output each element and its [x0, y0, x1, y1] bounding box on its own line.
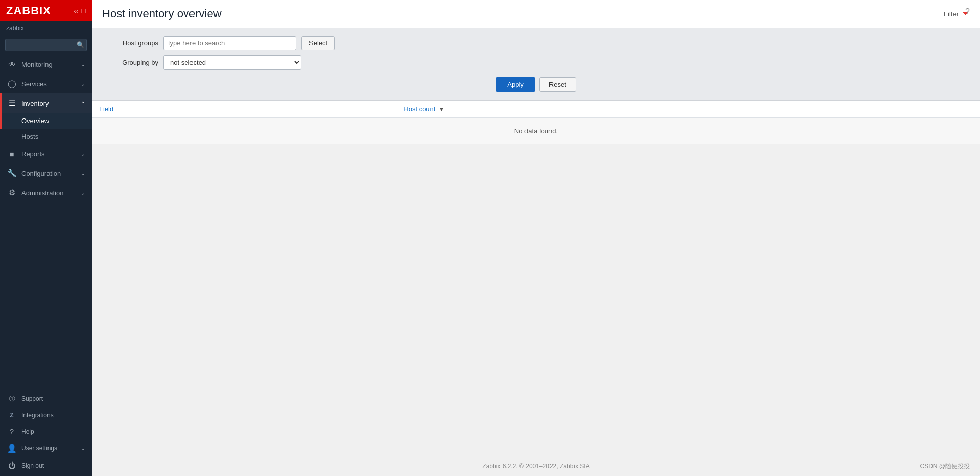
column-host-count-label: Host count: [403, 105, 435, 113]
search-icon: 🔍: [77, 41, 84, 49]
inventory-icon: ☰: [7, 99, 16, 108]
logo-bar: ZABBIX ‹‹ □: [0, 0, 92, 21]
search-input[interactable]: [5, 39, 87, 51]
chevron-up-icon: ⌃: [81, 101, 85, 106]
copyright-text: Zabbix 6.2.2. © 2001–2022, Zabbix SIA: [482, 463, 589, 470]
filter-label: Filter: [944, 10, 959, 18]
page-title: Host inventory overview: [102, 7, 222, 20]
grouping-by-label: Grouping by: [102, 59, 158, 66]
sidebar-item-label: Services: [21, 80, 76, 88]
chevron-down-icon: ⌄: [81, 190, 85, 196]
footer: Zabbix 6.2.2. © 2001–2022, Zabbix SIA CS…: [92, 457, 980, 476]
services-icon: ◯: [7, 79, 16, 88]
sidebar-item-label: Help: [21, 428, 85, 435]
no-data-text: No data found.: [92, 118, 980, 145]
chevron-down-icon: ⌄: [81, 171, 85, 176]
data-table: Field Host count ▼ No data found.: [92, 101, 980, 145]
grouping-by-row: Grouping by not selected: [102, 55, 970, 70]
table-header-row: Field Host count ▼: [92, 101, 980, 118]
sidebar-bottom: ① Support Z Integrations ? Help 👤 User s…: [0, 388, 92, 476]
sidebar-item-label: Integrations: [21, 412, 85, 419]
host-groups-row: Host groups Select: [102, 36, 970, 50]
sidebar-item-label: User settings: [21, 445, 76, 452]
watermark-text: CSDN @随便投投: [920, 462, 970, 471]
page-help-icon[interactable]: ?: [965, 7, 970, 16]
sidebar-item-hosts[interactable]: Hosts: [0, 129, 92, 145]
logo-icons: ‹‹ □: [74, 7, 86, 15]
sidebar-item-label: Configuration: [21, 170, 76, 177]
grouping-by-select[interactable]: not selected: [163, 55, 301, 70]
configuration-icon: 🔧: [7, 169, 16, 178]
sidebar-item-user-settings[interactable]: 👤 User settings ⌄: [0, 440, 92, 457]
sidebar-item-label: Inventory: [21, 100, 76, 107]
reset-button[interactable]: Reset: [539, 77, 576, 92]
sidebar-item-support[interactable]: ① Support: [0, 390, 92, 408]
sidebar-item-monitoring[interactable]: 👁 Monitoring ⌄: [0, 55, 92, 74]
select-button[interactable]: Select: [301, 36, 335, 50]
signout-icon: ⏻: [7, 461, 16, 470]
administration-icon: ⚙: [7, 188, 16, 197]
sidebar-item-label: Support: [21, 395, 85, 402]
monitoring-icon: 👁: [7, 60, 16, 69]
user-icon: 👤: [7, 444, 16, 453]
table-row-no-data: No data found.: [92, 118, 980, 145]
filter-panel: Host groups Select Grouping by not selec…: [92, 28, 980, 101]
sidebar-item-overview[interactable]: Overview: [0, 113, 92, 129]
username-label: zabbix: [0, 21, 92, 35]
column-field-label: Field: [99, 105, 113, 113]
chevron-down-icon: ⌄: [81, 446, 85, 451]
logo-text: ZABBIX: [6, 4, 51, 17]
reports-icon: ■: [7, 150, 16, 158]
page-header: Host inventory overview Filter ⏷ ?: [92, 0, 980, 28]
sidebar-item-label: Reports: [21, 150, 76, 158]
sidebar-item-label: Monitoring: [21, 61, 76, 68]
hosts-label: Hosts: [21, 133, 38, 140]
sidebar-item-reports[interactable]: ■ Reports ⌄: [0, 145, 92, 163]
chevron-down-icon: ⌄: [81, 81, 85, 87]
table-body: No data found.: [92, 118, 980, 145]
apply-button[interactable]: Apply: [496, 77, 535, 92]
column-host-count[interactable]: Host count ▼: [396, 101, 980, 118]
sidebar-item-configuration[interactable]: 🔧 Configuration ⌄: [0, 163, 92, 183]
table-header: Field Host count ▼: [92, 101, 980, 118]
host-groups-input[interactable]: [163, 36, 296, 50]
integrations-icon: Z: [7, 412, 16, 419]
sidebar-item-signout[interactable]: ⏻ Sign out: [0, 457, 92, 474]
nav-menu: 👁 Monitoring ⌄ ◯ Services ⌄ ☰ Inventory …: [0, 55, 92, 388]
sidebar-item-services[interactable]: ◯ Services ⌄: [0, 74, 92, 93]
content-area: Host groups Select Grouping by not selec…: [92, 28, 980, 457]
sidebar-item-integrations[interactable]: Z Integrations: [0, 408, 92, 423]
sidebar-item-administration[interactable]: ⚙ Administration ⌄: [0, 183, 92, 202]
filter-actions: Apply Reset: [102, 77, 970, 92]
sidebar-item-label: Sign out: [21, 462, 85, 469]
sidebar-item-label: Administration: [21, 189, 76, 197]
support-icon: ①: [7, 394, 16, 403]
chevron-down-icon: ⌄: [81, 62, 85, 67]
column-field[interactable]: Field: [92, 101, 396, 118]
expand-icon[interactable]: □: [82, 7, 86, 15]
host-groups-label: Host groups: [102, 39, 158, 47]
data-table-wrap: Field Host count ▼ No data found.: [92, 101, 980, 145]
sidebar-item-help[interactable]: ? Help: [0, 423, 92, 440]
overview-label: Overview: [21, 117, 49, 125]
sort-desc-icon: ▼: [439, 106, 444, 112]
sidebar: ZABBIX ‹‹ □ zabbix 🔍 👁 Monitoring ⌄ ◯ Se…: [0, 0, 92, 476]
help-icon: ?: [7, 427, 16, 436]
main-content: Host inventory overview Filter ⏷ ? Host …: [92, 0, 980, 476]
search-bar: 🔍: [0, 35, 92, 55]
collapse-icon[interactable]: ‹‹: [74, 7, 78, 15]
chevron-down-icon: ⌄: [81, 151, 85, 157]
sidebar-item-inventory[interactable]: ☰ Inventory ⌃: [0, 93, 92, 113]
